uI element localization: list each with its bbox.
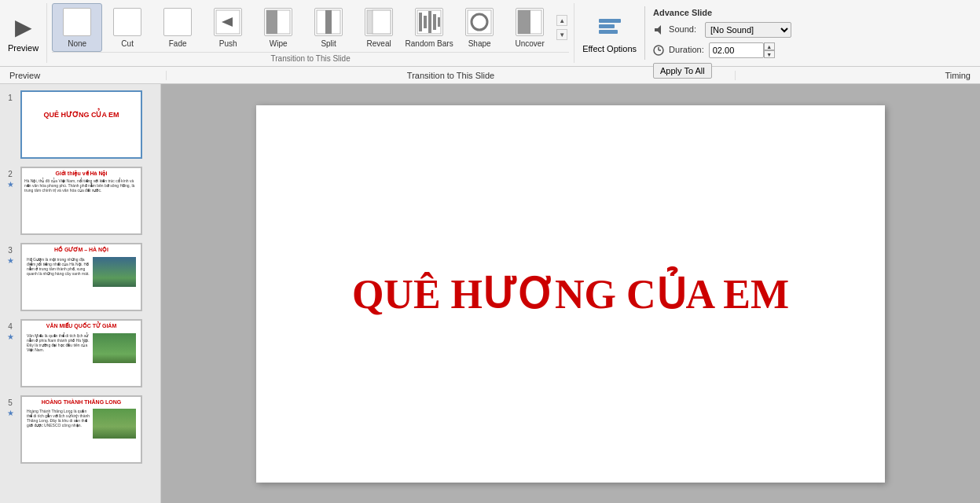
svg-rect-18 (599, 19, 621, 23)
slide-thumb-1-content: QUÊ HƯƠNG CỦA EM (22, 92, 141, 157)
slide-item-4[interactable]: 4 ★ VĂN MIẾU QUỐC TỬ GIÁM Văn Miếu là qu… (5, 319, 156, 387)
slide-4-content: VĂN MIẾU QUỐC TỬ GIÁM Văn Miếu là quần t… (22, 321, 141, 368)
transition-random-bars[interactable]: Random Bars (404, 3, 454, 52)
slide-5-star: ★ (7, 409, 14, 417)
duration-icon-label: Duration: (653, 45, 704, 56)
svg-rect-19 (599, 24, 615, 28)
effect-options-button[interactable]: Effect Options (574, 3, 644, 63)
sound-row: Sound: [No Sound] (653, 22, 842, 38)
preview-icon: ▶ (15, 14, 32, 40)
transitions-content: None Cut Fade Push Wipe (52, 3, 569, 52)
slide-3-body: Hồ Gươm là một trong những địa điểm nổi … (27, 257, 90, 276)
svg-rect-3 (266, 10, 277, 34)
reveal-icon (365, 8, 393, 36)
uncover-icon (516, 8, 544, 36)
slide-thumb-5[interactable]: HOÀNG THÀNH THĂNG LONG Hoàng Thành Thăng… (20, 395, 142, 464)
effect-options-icon (596, 13, 624, 41)
slide-number-4: 4 ★ (5, 319, 16, 341)
slide-1-title: QUÊ HƯƠNG CỦA EM (25, 111, 138, 119)
slide-4-body: Văn Miếu là quần thể di tích lịch sử nằm… (27, 333, 90, 352)
slide-2-title: Giới thiệu về Hà Nội (24, 171, 138, 177)
slide-4-image (93, 333, 136, 363)
slide-item-1[interactable]: 1 QUÊ HƯƠNG CỦA EM (5, 90, 156, 159)
slide-thumb-2[interactable]: Giới thiệu về Hà Nội Hà Nội, thủ đô của … (20, 167, 142, 235)
slide-thumb-1[interactable]: QUÊ HƯƠNG CỦA EM (20, 90, 142, 159)
duration-down[interactable]: ▼ (764, 50, 775, 58)
transition-split[interactable]: Split (303, 3, 354, 52)
slide-4-title: VĂN MIẾU QUỐC TỬ GIÁM (24, 323, 138, 329)
transition-push[interactable]: Push (203, 3, 253, 52)
wipe-icon (264, 8, 292, 36)
slide-panel: 1 QUÊ HƯƠNG CỦA EM 2 ★ Giới thiệu về Hà … (0, 84, 161, 503)
cut-label: Cut (121, 39, 134, 48)
svg-rect-12 (433, 14, 436, 30)
timing-panel: Advance Slide Sound: [No Sound] Duration… (645, 3, 850, 63)
sound-label: Sound: (669, 24, 696, 34)
svg-rect-5 (325, 10, 332, 34)
fade-label: Fade (169, 39, 187, 48)
svg-rect-10 (424, 16, 427, 28)
status-preview: Preview (9, 71, 167, 80)
slide-3-title: HỒ GƯƠM – HÀ NỘI (24, 247, 138, 253)
preview-label: Preview (8, 43, 39, 53)
transition-shape[interactable]: Shape (454, 3, 505, 52)
status-timing: Timing (735, 71, 971, 80)
duration-spinner-btns: ▲ ▼ (764, 42, 775, 58)
transition-none[interactable]: None (52, 3, 102, 52)
preview-button[interactable]: ▶ Preview (0, 3, 47, 63)
cut-icon (113, 8, 141, 36)
slide-5-body: Hoàng Thành Thăng Long là quần thể di tí… (27, 409, 90, 428)
slide-4-star: ★ (7, 332, 14, 341)
random-bars-label: Random Bars (406, 39, 453, 48)
svg-rect-9 (419, 13, 422, 31)
push-label: Push (219, 39, 237, 48)
slide-5-content: HOÀNG THÀNH THĂNG LONG Hoàng Thành Thăng… (22, 397, 141, 443)
transition-uncover[interactable]: Uncover (505, 3, 555, 52)
duration-up[interactable]: ▲ (764, 42, 775, 50)
slide-2-star: ★ (7, 180, 14, 189)
slide-number-2: 2 ★ (5, 167, 16, 189)
slide-5-layout: Hoàng Thành Thăng Long là quần thể di tí… (24, 406, 138, 441)
slide-item-2[interactable]: 2 ★ Giới thiệu về Hà Nội Hà Nội, thủ đô … (5, 167, 156, 235)
slide-number-1: 1 (5, 90, 16, 102)
transition-wipe[interactable]: Wipe (253, 3, 303, 52)
advance-slide-label: Advance Slide (653, 8, 842, 17)
scroll-up-arrow[interactable]: ▲ (556, 15, 567, 26)
push-icon (214, 8, 242, 36)
main-area: 1 QUÊ HƯƠNG CỦA EM 2 ★ Giới thiệu về Hà … (0, 84, 980, 503)
svg-marker-21 (655, 25, 661, 35)
slide-5-image (93, 409, 136, 439)
svg-rect-20 (599, 30, 618, 34)
sound-select[interactable]: [No Sound] (705, 22, 791, 38)
ribbon: ▶ Preview None Cut Fade Push (0, 0, 980, 67)
duration-input[interactable]: 02.00 (709, 42, 764, 58)
slide-3-layout: Hồ Gươm là một trong những địa điểm nổi … (24, 255, 138, 289)
slide-item-5[interactable]: 5 ★ HOÀNG THÀNH THĂNG LONG Hoàng Thành T… (5, 395, 156, 464)
transition-reveal[interactable]: Reveal (354, 3, 404, 52)
random-bars-icon (415, 8, 443, 36)
none-label: None (68, 39, 86, 48)
slide-thumb-4[interactable]: VĂN MIẾU QUỐC TỬ GIÁM Văn Miếu là quần t… (20, 319, 142, 387)
effect-options-label: Effect Options (582, 44, 637, 53)
slide-3-star: ★ (7, 256, 14, 265)
fade-icon (163, 8, 192, 36)
svg-rect-11 (428, 11, 431, 33)
slide-item-3[interactable]: 3 ★ HỒ GƯƠM – HÀ NỘI Hồ Gươm là một tron… (5, 243, 156, 311)
slide-number-3: 3 ★ (5, 243, 16, 265)
transition-fade[interactable]: Fade (152, 3, 203, 52)
slide-5-title: HOÀNG THÀNH THĂNG LONG (24, 399, 138, 405)
slide-thumb-3[interactable]: HỒ GƯƠM – HÀ NỘI Hồ Gươm là một trong nh… (20, 243, 142, 311)
split-icon (314, 8, 343, 36)
transition-cut[interactable]: Cut (102, 3, 152, 52)
shape-label: Shape (468, 39, 491, 48)
status-center: Transition to This Slide (167, 71, 735, 80)
sound-icon-label: Sound: (653, 24, 700, 35)
uncover-label: Uncover (516, 39, 545, 48)
none-icon (63, 8, 91, 36)
duration-spinner: 02.00 ▲ ▼ (709, 42, 775, 58)
slide-number-5: 5 ★ (5, 395, 16, 417)
slide-3-image (93, 257, 136, 287)
reveal-label: Reveal (367, 39, 391, 48)
scroll-down-arrow[interactable]: ▼ (556, 29, 567, 40)
shape-icon (465, 8, 494, 36)
